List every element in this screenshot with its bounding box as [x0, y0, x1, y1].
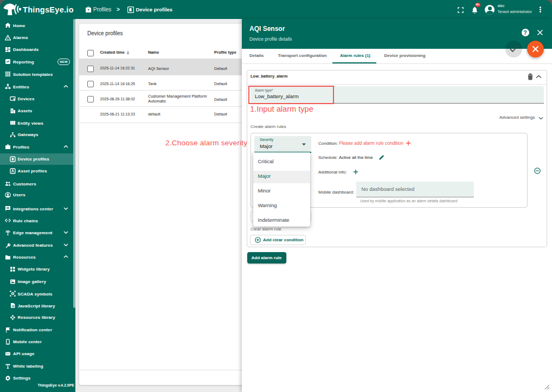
- svg-text:JS: JS: [11, 305, 15, 308]
